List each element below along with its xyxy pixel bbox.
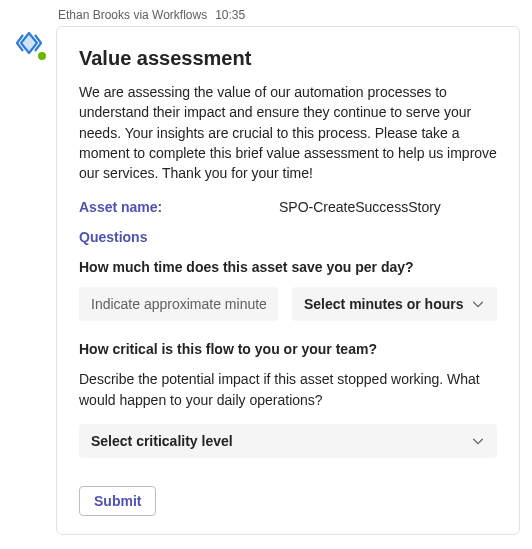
- criticality-select-label: Select criticality level: [91, 433, 233, 449]
- message-header: Ethan Brooks via Workflows 10:35: [56, 8, 520, 22]
- asset-name-label: Asset name:: [79, 199, 279, 215]
- question-1-text: How much time does this asset save you p…: [79, 259, 497, 275]
- presence-available-icon: [36, 50, 48, 62]
- question-1-inputs: Select minutes or hours: [79, 287, 497, 321]
- chevron-down-icon: [471, 434, 485, 448]
- workflows-avatar: [12, 26, 46, 60]
- card-description: We are assessing the value of our automa…: [79, 82, 497, 183]
- question-2-description: Describe the potential impact if this as…: [79, 369, 497, 410]
- adaptive-card: Value assessment We are assessing the va…: [56, 26, 520, 535]
- card-title: Value assessment: [79, 47, 497, 70]
- asset-row: Asset name: SPO-CreateSuccessStory: [79, 199, 497, 215]
- question-2-text: How critical is this flow to you or your…: [79, 341, 497, 357]
- time-unit-select[interactable]: Select minutes or hours: [292, 287, 497, 321]
- message-row: Ethan Brooks via Workflows 10:35 Value a…: [0, 0, 532, 547]
- message-column: Ethan Brooks via Workflows 10:35 Value a…: [56, 8, 520, 535]
- avatar-container: [12, 8, 46, 535]
- message-time: 10:35: [215, 8, 245, 22]
- criticality-select[interactable]: Select criticality level: [79, 424, 497, 458]
- time-unit-select-label: Select minutes or hours: [304, 296, 463, 312]
- time-saved-input[interactable]: [79, 287, 278, 321]
- chevron-down-icon: [471, 297, 485, 311]
- sender-name[interactable]: Ethan Brooks via Workflows: [58, 8, 207, 22]
- asset-name-value: SPO-CreateSuccessStory: [279, 199, 441, 215]
- questions-section-label: Questions: [79, 229, 497, 245]
- submit-button[interactable]: Submit: [79, 486, 156, 516]
